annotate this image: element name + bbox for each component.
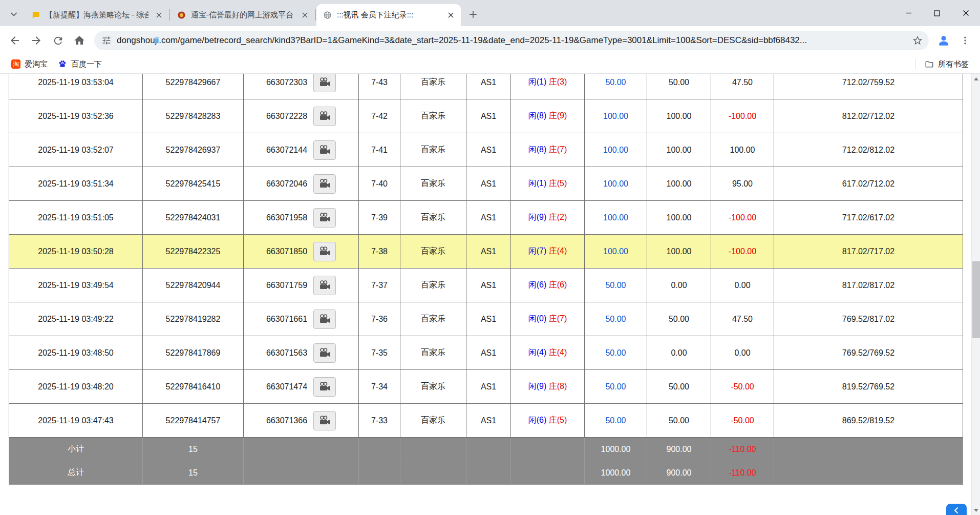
video-replay-button[interactable] xyxy=(313,107,336,126)
cell-result: 闲(9) 庄(2) xyxy=(511,201,585,235)
profile-avatar-button[interactable] xyxy=(933,30,954,51)
reload-icon xyxy=(52,35,64,47)
video-replay-button[interactable] xyxy=(313,411,336,430)
bet-amount-link[interactable]: 50.00 xyxy=(605,348,626,357)
cell-bet-id: 522978420944 xyxy=(143,269,244,302)
bet-amount-link[interactable]: 100.00 xyxy=(603,146,628,154)
bookmark-aitaobao[interactable]: 淘 爱淘宝 xyxy=(6,57,53,71)
video-camera-icon xyxy=(318,348,331,358)
summary-count: 15 xyxy=(143,461,244,485)
forward-button[interactable] xyxy=(26,30,47,51)
video-camera-icon xyxy=(318,111,331,121)
browser-menu-button[interactable] xyxy=(954,30,976,51)
home-button[interactable] xyxy=(69,30,90,51)
summary-label: 总计 xyxy=(9,461,143,485)
cell-bet-amount: 50.00 xyxy=(585,336,647,370)
table-row[interactable]: 2025-11-19 03:53:04 522978429667 6630723… xyxy=(9,74,963,99)
round-number: 663071759 xyxy=(266,281,307,290)
banker-result: 庄(8) xyxy=(549,382,567,390)
bookmark-baidu[interactable]: 百度一下 xyxy=(53,57,107,71)
page-content: 2025-11-19 03:53:04 522978429667 6630723… xyxy=(0,74,980,515)
tab-search-button[interactable] xyxy=(6,7,22,22)
tab-forum[interactable]: 【新提醒】海燕策略论坛 - 综合... xyxy=(25,4,169,26)
cell-round-id: 663071958 xyxy=(244,201,359,235)
bet-amount-link[interactable]: 100.00 xyxy=(603,247,628,256)
round-number: 663071474 xyxy=(266,382,307,392)
scrollbar-up-arrow[interactable] xyxy=(972,74,980,83)
cell-table-number: 7-40 xyxy=(359,167,400,201)
cell-game-name: 百家乐 xyxy=(400,99,466,133)
bet-amount-link[interactable]: 100.00 xyxy=(603,112,628,120)
cell-round-id: 663071563 xyxy=(244,336,359,370)
home-icon xyxy=(73,34,86,47)
tab-close-button[interactable] xyxy=(445,10,456,20)
cell-round-id: 663071759 xyxy=(244,269,359,302)
all-bookmarks-button[interactable]: 所有书签 xyxy=(920,57,974,71)
cell-game-name: 百家乐 xyxy=(400,302,466,336)
three-dot-menu-icon xyxy=(960,35,970,46)
table-row[interactable]: 2025-11-19 03:48:20 522978416410 6630714… xyxy=(9,370,963,404)
cell-win-loss: -100.00 xyxy=(711,235,774,269)
table-row[interactable]: 2025-11-19 03:50:28 522978422325 6630718… xyxy=(9,235,963,269)
video-replay-button[interactable] xyxy=(313,174,336,194)
video-replay-button[interactable] xyxy=(313,140,336,160)
table-row[interactable]: 2025-11-19 03:48:50 522978417869 6630715… xyxy=(9,336,963,370)
bookmark-label: 百度一下 xyxy=(71,59,102,69)
bookmarks-bar: 淘 爱淘宝 百度一下 所有书签 xyxy=(0,55,980,74)
banker-result: 庄(7) xyxy=(549,145,567,154)
bet-amount-link[interactable]: 100.00 xyxy=(603,213,628,222)
video-replay-button[interactable] xyxy=(313,242,336,261)
video-replay-button[interactable] xyxy=(313,343,336,363)
cell-game-name: 百家乐 xyxy=(400,336,466,370)
video-replay-button[interactable] xyxy=(313,74,336,92)
cell-valid-amount: 100.00 xyxy=(647,201,711,235)
video-replay-button[interactable] xyxy=(313,310,336,329)
new-tab-button[interactable] xyxy=(465,6,481,23)
table-row[interactable]: 2025-11-19 03:49:54 522978420944 6630717… xyxy=(9,269,963,302)
vertical-scrollbar[interactable] xyxy=(971,74,980,515)
cell-table-number: 7-37 xyxy=(359,269,400,302)
bet-amount-link[interactable]: 50.00 xyxy=(605,315,626,323)
back-button[interactable] xyxy=(4,30,26,51)
table-row[interactable]: 2025-11-19 03:47:43 522978414757 6630713… xyxy=(9,404,963,438)
cell-balance: 819.52/769.52 xyxy=(774,370,963,404)
round-number: 663071563 xyxy=(266,348,307,358)
window-close-button[interactable] xyxy=(951,0,980,26)
globe-icon xyxy=(323,11,332,20)
tab-close-button[interactable] xyxy=(154,10,164,20)
table-row[interactable]: 2025-11-19 03:52:07 522978426937 6630721… xyxy=(9,133,963,167)
address-bar[interactable]: dongshouji.com/game/betrecord_search/kin… xyxy=(94,31,929,50)
table-row[interactable]: 2025-11-19 03:51:34 522978425415 6630720… xyxy=(9,167,963,201)
cell-result: 闲(1) 庄(3) xyxy=(511,74,585,99)
bet-amount-link[interactable]: 50.00 xyxy=(605,382,626,391)
tab-tongbao[interactable]: 通宝-信誉最好的网上游戏平台 xyxy=(171,4,315,26)
scrollbar-down-arrow[interactable] xyxy=(972,506,980,514)
bet-amount-link[interactable]: 100.00 xyxy=(603,179,628,188)
cell-valid-amount: 100.00 xyxy=(647,133,711,167)
reload-button[interactable] xyxy=(47,30,69,51)
player-result: 闲(8) xyxy=(528,111,547,120)
window-maximize-button[interactable] xyxy=(923,0,951,26)
table-row[interactable]: 2025-11-19 03:52:36 522978428283 6630722… xyxy=(9,99,963,133)
bet-amount-link[interactable]: 50.00 xyxy=(605,416,626,425)
tab-bet-records-active[interactable]: :::视讯 会员下注纪录::: xyxy=(316,4,461,26)
tab-close-button[interactable] xyxy=(300,10,310,20)
cell-platform: AS1 xyxy=(466,235,511,269)
table-row[interactable]: 2025-11-19 03:51:05 522978424031 6630719… xyxy=(9,201,963,235)
table-row[interactable]: 2025-11-19 03:49:22 522978419282 6630716… xyxy=(9,302,963,336)
bet-amount-link[interactable]: 50.00 xyxy=(605,78,626,87)
video-replay-button[interactable] xyxy=(313,276,336,295)
scrollbar-thumb[interactable] xyxy=(972,261,980,338)
cell-bet-id: 522978425415 xyxy=(143,167,244,201)
all-bookmarks-label: 所有书签 xyxy=(938,59,969,69)
video-replay-button[interactable] xyxy=(313,208,336,228)
player-result: 闲(6) xyxy=(528,416,547,424)
bet-amount-link[interactable]: 50.00 xyxy=(605,281,626,290)
window-minimize-button[interactable] xyxy=(894,0,923,26)
cell-bet-id: 522978428283 xyxy=(143,99,244,133)
window-controls xyxy=(894,0,980,26)
corner-collapse-button[interactable] xyxy=(946,504,967,515)
video-replay-button[interactable] xyxy=(313,377,336,397)
bookmark-star-button[interactable] xyxy=(908,31,927,50)
close-icon xyxy=(448,12,454,18)
